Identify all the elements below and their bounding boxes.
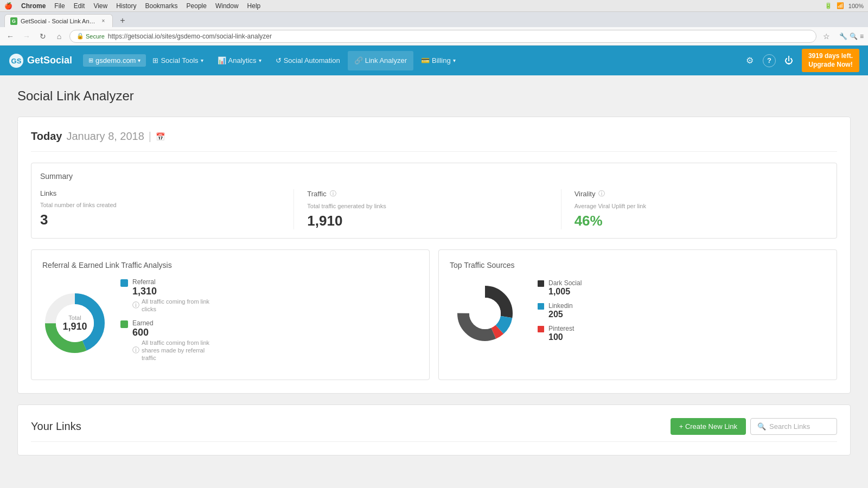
- earned-legend-desc: All traffic coming from link shares made…: [142, 339, 218, 362]
- url-text: https://getsocial.io/sites/gsdemo-com/so…: [108, 33, 272, 40]
- site-selector[interactable]: ⊞ gsdemo.com ▾: [83, 54, 146, 67]
- traffic-legend: Dark Social 1,005 Linkedin 205: [538, 279, 582, 348]
- file-menu[interactable]: File: [54, 2, 65, 10]
- traffic-sources-title: Top Traffic Sources: [450, 261, 826, 269]
- create-new-link-btn[interactable]: + Create New Link: [671, 418, 746, 435]
- settings-btn[interactable]: ⚙: [741, 52, 758, 69]
- nav-social-automation[interactable]: ↺ Social Automation: [269, 51, 347, 70]
- battery-icon: 🔋: [825, 2, 832, 9]
- links-actions: + Create New Link 🔍 Search Links: [671, 418, 837, 435]
- metric-traffic: Traffic ⓘ Total traffic generated by lin…: [293, 189, 560, 229]
- virality-metric-name: Virality: [575, 190, 596, 198]
- url-bar[interactable]: 🔒 Secure https://getsocial.io/sites/gsde…: [69, 30, 816, 43]
- back-btn[interactable]: ←: [4, 30, 16, 42]
- page-title: Social Link Analyzer: [17, 88, 851, 104]
- referral-chart-title: Referral & Earned Link Traffic Analysis: [42, 261, 418, 269]
- pinterest-val: 100: [548, 332, 574, 342]
- traffic-metric-value: 1,910: [307, 213, 547, 229]
- links-metric-name: Links: [40, 189, 56, 197]
- earned-info-icon[interactable]: ⓘ: [132, 345, 139, 355]
- referral-info-icon[interactable]: ⓘ: [132, 300, 139, 310]
- donut-total-value: 1,910: [62, 321, 87, 332]
- search-icon: 🔍: [757, 422, 766, 431]
- reload-btn[interactable]: ↻: [37, 30, 49, 42]
- donut-container: Total 1,910 Referral 1,310 ⓘ: [42, 278, 418, 369]
- nav-social-tools[interactable]: ⊞ Social Tools ▾: [146, 51, 209, 70]
- nav-billing[interactable]: 💳 Billing ▾: [414, 51, 462, 70]
- dark-social-name: Dark Social: [548, 279, 582, 287]
- donut-chart: Total 1,910: [42, 291, 107, 356]
- date-full: January 8, 2018: [66, 130, 144, 143]
- links-metric-desc: Total number of links created: [40, 202, 280, 208]
- forward-btn[interactable]: →: [21, 30, 33, 42]
- power-btn[interactable]: ⏻: [780, 52, 797, 69]
- nav-analytics[interactable]: 📊 Analytics ▾: [211, 51, 268, 70]
- virality-metric-desc: Average Viral Uplift per link: [575, 203, 815, 209]
- dark-social-val: 1,005: [548, 287, 582, 297]
- linkedin-color: [538, 303, 544, 310]
- summary-metrics: Links Total number of links created 3 Tr…: [40, 189, 828, 229]
- active-tab[interactable]: G GetSocial - Social Link Analyz... ×: [4, 14, 113, 27]
- links-metric-value: 3: [40, 211, 280, 228]
- your-links-title: Your Links: [31, 420, 81, 433]
- date-today-label: Today: [31, 130, 62, 143]
- earned-legend-name: Earned: [132, 319, 218, 327]
- bookmark-btn[interactable]: ☆: [821, 30, 833, 42]
- linkedin-name: Linkedin: [548, 302, 573, 310]
- traffic-pie-chart: [450, 278, 520, 349]
- clock: 100%: [848, 3, 864, 9]
- linkedin-legend: Linkedin 205: [538, 302, 582, 319]
- svg-point-10: [469, 298, 501, 329]
- address-bar: ← → ↻ ⌂ 🔒 Secure https://getsocial.io/si…: [0, 27, 868, 46]
- bookmarks-menu[interactable]: Bookmarks: [145, 2, 178, 10]
- page-content: Social Link Analyzer Today January 8, 20…: [0, 75, 868, 488]
- site-caret: ▾: [138, 57, 141, 63]
- logo-area: GS GetSocial: [9, 53, 72, 68]
- upgrade-btn[interactable]: 3919 days left. Upgrade Now!: [802, 49, 859, 72]
- home-btn[interactable]: ⌂: [53, 30, 65, 42]
- referral-legend-desc: All traffic coming from link clicks: [142, 298, 218, 313]
- calendar-icon[interactable]: 📅: [156, 132, 165, 141]
- people-menu[interactable]: People: [187, 2, 207, 10]
- pinterest-color: [538, 326, 544, 332]
- macos-menu-bar: 🍎 Chrome File Edit View History Bookmark…: [0, 0, 868, 12]
- extension-icons: 🔧 🔍 ≡: [839, 33, 864, 40]
- your-links-header: Your Links + Create New Link 🔍 Search Li…: [31, 418, 837, 435]
- chrome-tabs-bar: G GetSocial - Social Link Analyz... × +: [0, 12, 868, 27]
- tab-close-btn[interactable]: ×: [100, 17, 107, 25]
- traffic-help-icon[interactable]: ⓘ: [330, 189, 336, 198]
- earned-legend-item: Earned 600 ⓘ All traffic coming from lin…: [120, 319, 218, 362]
- view-menu[interactable]: View: [93, 2, 107, 10]
- search-links-input[interactable]: 🔍 Search Links: [750, 418, 837, 435]
- pinterest-legend: Pinterest 100: [538, 325, 582, 342]
- svg-text:GS: GS: [11, 57, 22, 65]
- virality-help-icon[interactable]: ⓘ: [598, 189, 605, 198]
- new-tab-btn[interactable]: +: [115, 14, 130, 27]
- header-actions: ⚙ ? ⏻ 3919 days left. Upgrade Now!: [741, 49, 859, 72]
- tab-favicon: G: [10, 17, 17, 25]
- metric-links: Links Total number of links created 3: [40, 189, 293, 228]
- help-btn[interactable]: ?: [763, 54, 776, 67]
- traffic-metric-desc: Total traffic generated by links: [307, 203, 547, 209]
- date-row: Today January 8, 2018 | 📅: [31, 130, 837, 152]
- history-menu[interactable]: History: [116, 2, 136, 10]
- summary-box: Summary Links Total number of links crea…: [31, 163, 837, 239]
- traffic-metric-name: Traffic: [307, 190, 326, 198]
- referral-color: [120, 279, 128, 287]
- traffic-sources-card: Top Traffic Sources: [438, 249, 837, 380]
- secure-badge: 🔒 Secure: [76, 33, 105, 40]
- window-menu[interactable]: Window: [215, 2, 239, 10]
- nav-link-analyzer[interactable]: 🔗 Link Analyzer: [348, 51, 413, 70]
- apple-menu[interactable]: 🍎: [4, 2, 12, 10]
- virality-metric-value: 46%: [575, 213, 815, 229]
- referral-chart-card: Referral & Earned Link Traffic Analysis: [31, 249, 430, 380]
- traffic-container: Dark Social 1,005 Linkedin 205: [450, 278, 826, 349]
- edit-menu[interactable]: Edit: [74, 2, 85, 10]
- donut-total-label: Total: [62, 314, 87, 321]
- chrome-menu[interactable]: Chrome: [21, 2, 46, 10]
- help-menu[interactable]: Help: [247, 2, 261, 10]
- links-divider: [31, 441, 837, 442]
- wifi-icon: 📶: [837, 2, 844, 9]
- main-card: Today January 8, 2018 | 📅 Summary Links …: [17, 117, 851, 394]
- summary-title: Summary: [40, 172, 828, 181]
